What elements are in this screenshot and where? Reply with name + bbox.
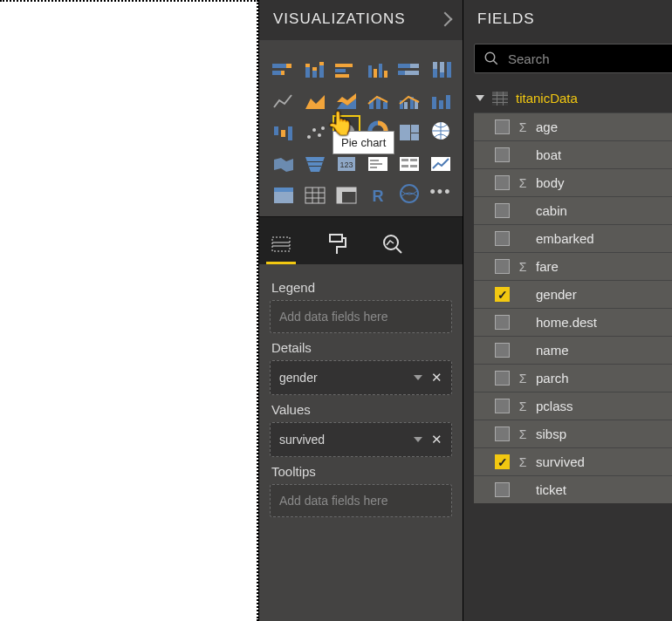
magnifier-chart-icon [381,233,404,256]
field-item-embarked[interactable]: Σembarked [474,224,672,252]
field-item-ticket[interactable]: Σticket [474,475,672,503]
field-item-cabin[interactable]: Σcabin [474,196,672,224]
visualizations-panel-header[interactable]: VISUALIZATIONS [259,0,463,40]
waterfall-chart-icon[interactable] [271,116,297,142]
line-chart-icon[interactable] [271,85,297,111]
field-checkbox[interactable] [495,287,510,302]
field-item-sibsp[interactable]: Σsibsp [474,420,672,447]
svg-rect-13 [368,65,372,78]
treemap-icon[interactable] [396,116,422,142]
details-dropzone[interactable]: gender ✕ [270,360,452,395]
field-checkbox[interactable] [495,427,510,441]
field-item-body[interactable]: Σbody [474,168,672,196]
svg-rect-53 [309,166,321,167]
map-icon[interactable] [428,116,454,142]
svg-rect-39 [274,126,278,135]
table-node[interactable]: titanicData [474,82,672,113]
field-checkbox[interactable] [495,203,510,218]
search-icon [483,51,499,66]
area-chart-icon[interactable] [302,85,328,111]
svg-rect-22 [433,62,437,69]
field-checkbox[interactable] [495,399,510,413]
canvas-selection-outline [0,0,258,621]
values-dropzone[interactable]: survived ✕ [270,422,452,457]
field-item-home-dest[interactable]: Σhome.dest [474,308,672,336]
field-item-survived[interactable]: Σsurvived [474,447,672,475]
clustered-column-icon[interactable] [365,53,391,79]
stacked-bar-horizontal-icon[interactable] [271,53,297,79]
field-checkbox[interactable] [495,482,510,497]
fields-tab[interactable] [266,226,296,264]
fields-search[interactable] [474,44,672,73]
sigma-icon: Σ [517,399,529,413]
hundred-stacked-bar-icon[interactable] [396,53,422,79]
stacked-area-icon[interactable] [333,85,360,111]
matrix-icon[interactable] [333,179,360,205]
field-item-gender[interactable]: Σgender [474,280,672,308]
ribbon-chart-icon[interactable] [428,85,454,111]
legend-placeholder-text: Add data fields here [279,310,388,324]
svg-rect-24 [440,62,444,72]
field-label: pclass [536,399,573,413]
search-input[interactable] [508,51,672,66]
more-visuals-icon[interactable]: ••• [428,179,454,205]
filled-map-icon[interactable] [271,147,297,174]
field-item-name[interactable]: Σname [474,336,672,364]
svg-rect-57 [370,160,379,161]
field-checkbox[interactable] [495,454,510,469]
svg-point-42 [307,135,311,139]
fields-panel-header[interactable]: FIELDS [463,0,672,40]
field-label: embarked [536,231,594,246]
svg-rect-64 [410,165,417,167]
svg-rect-16 [384,71,387,78]
svg-point-77 [401,185,418,202]
field-checkbox[interactable] [495,175,510,190]
field-item-parch[interactable]: Σparch [474,364,672,392]
line-stacked-column-icon[interactable] [365,85,391,111]
chevron-right-icon [669,12,672,27]
remove-details-field-button[interactable]: ✕ [431,370,442,386]
field-checkbox[interactable] [495,371,510,386]
table-icon[interactable] [302,179,328,205]
multi-row-card-icon[interactable] [396,147,422,174]
hundred-stacked-column-icon[interactable] [428,53,454,79]
chevron-down-icon[interactable] [414,437,422,442]
stacked-column-icon[interactable] [302,53,328,79]
svg-rect-81 [330,235,342,242]
report-canvas[interactable] [0,0,258,621]
field-checkbox[interactable] [495,147,510,162]
field-checkbox[interactable] [495,315,510,330]
svg-rect-58 [370,163,382,165]
clustered-bar-icon[interactable] [333,53,360,79]
tooltips-dropzone[interactable]: Add data fields here [270,484,452,517]
legend-dropzone[interactable]: Add data fields here [270,300,452,333]
field-item-boat[interactable]: Σboat [474,140,672,168]
field-checkbox[interactable] [495,231,510,246]
field-label: body [536,175,565,190]
field-item-age[interactable]: Σage [474,113,672,140]
field-label: survived [536,454,585,469]
format-tab[interactable] [322,226,352,264]
svg-rect-49 [411,133,419,140]
visualizations-title: VISUALIZATIONS [273,10,406,28]
scatter-chart-icon[interactable] [302,116,328,142]
kpi-icon[interactable] [428,147,454,174]
slicer-icon[interactable] [271,179,297,205]
field-checkbox[interactable] [495,259,510,274]
analytics-tab[interactable] [378,226,408,264]
svg-rect-0 [272,64,286,68]
field-checkbox[interactable] [495,343,510,358]
remove-values-field-button[interactable]: ✕ [431,432,442,447]
sigma-icon: Σ [517,455,529,469]
field-item-fare[interactable]: Σfare [474,252,672,280]
arcgis-map-icon[interactable] [396,179,422,205]
line-clustered-column-icon[interactable] [396,85,422,111]
field-label: ticket [536,482,566,497]
field-checkbox[interactable] [495,119,510,134]
field-item-pclass[interactable]: Σpclass [474,392,672,420]
funnel-chart-icon[interactable] [302,147,328,174]
field-list: ΣageΣboatΣbodyΣcabinΣembarkedΣfareΣgende… [474,113,672,503]
svg-rect-1 [286,64,291,68]
chevron-down-icon[interactable] [414,375,422,380]
r-visual-icon[interactable]: R [365,179,391,205]
